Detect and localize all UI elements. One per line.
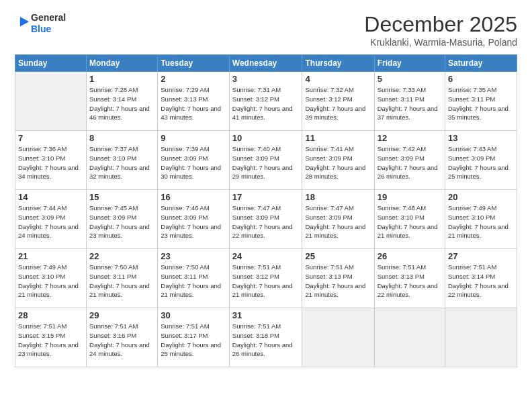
day-number: 29 <box>89 310 154 320</box>
svg-marker-0 <box>20 17 29 27</box>
logo: General Blue <box>15 12 66 35</box>
calendar-cell: 16Sunrise: 7:46 AMSunset: 3:09 PMDayligh… <box>158 190 230 249</box>
logo-general: General <box>31 12 66 24</box>
day-number: 26 <box>378 251 442 261</box>
day-info: Sunrise: 7:36 AMSunset: 3:10 PMDaylight:… <box>18 144 83 181</box>
calendar-cell: 19Sunrise: 7:48 AMSunset: 3:10 PMDayligh… <box>374 190 445 249</box>
day-info: Sunrise: 7:49 AMSunset: 3:10 PMDaylight:… <box>18 263 83 300</box>
calendar-cell <box>15 72 87 131</box>
day-info: Sunrise: 7:51 AMSunset: 3:13 PMDaylight:… <box>305 263 371 300</box>
calendar-cell: 22Sunrise: 7:50 AMSunset: 3:11 PMDayligh… <box>87 249 158 308</box>
day-number: 1 <box>89 74 154 84</box>
day-info: Sunrise: 7:51 AMSunset: 3:17 PMDaylight:… <box>161 322 226 359</box>
weekday-header-saturday: Saturday <box>445 55 517 72</box>
day-info: Sunrise: 7:35 AMSunset: 3:11 PMDaylight:… <box>448 85 514 122</box>
calendar-cell: 18Sunrise: 7:47 AMSunset: 3:09 PMDayligh… <box>302 190 374 249</box>
location: Kruklanki, Warmia-Masuria, Poland <box>364 37 517 48</box>
calendar-cell: 7Sunrise: 7:36 AMSunset: 3:10 PMDaylight… <box>15 131 87 190</box>
day-number: 11 <box>305 133 371 143</box>
calendar-cell: 24Sunrise: 7:51 AMSunset: 3:12 PMDayligh… <box>229 249 302 308</box>
page: General Blue December 2025 Kruklanki, Wa… <box>0 0 532 411</box>
day-info: Sunrise: 7:43 AMSunset: 3:09 PMDaylight:… <box>448 144 514 181</box>
day-info: Sunrise: 7:37 AMSunset: 3:10 PMDaylight:… <box>89 144 154 181</box>
day-info: Sunrise: 7:44 AMSunset: 3:09 PMDaylight:… <box>18 203 83 240</box>
calendar-cell: 6Sunrise: 7:35 AMSunset: 3:11 PMDaylight… <box>445 72 517 131</box>
title-block: December 2025 Kruklanki, Warmia-Masuria,… <box>364 12 517 48</box>
calendar-cell: 20Sunrise: 7:49 AMSunset: 3:10 PMDayligh… <box>445 190 517 249</box>
day-number: 2 <box>161 74 226 84</box>
calendar-cell: 10Sunrise: 7:40 AMSunset: 3:09 PMDayligh… <box>229 131 302 190</box>
calendar-cell: 26Sunrise: 7:51 AMSunset: 3:13 PMDayligh… <box>374 249 445 308</box>
calendar-cell <box>445 308 517 367</box>
calendar-cell <box>302 308 374 367</box>
weekday-header-sunday: Sunday <box>15 55 87 72</box>
calendar: SundayMondayTuesdayWednesdayThursdayFrid… <box>15 54 517 367</box>
calendar-cell: 12Sunrise: 7:42 AMSunset: 3:09 PMDayligh… <box>374 131 445 190</box>
day-number: 6 <box>448 74 514 84</box>
day-info: Sunrise: 7:51 AMSunset: 3:18 PMDaylight:… <box>232 322 300 359</box>
week-row-4: 28Sunrise: 7:51 AMSunset: 3:15 PMDayligh… <box>15 308 517 367</box>
calendar-cell: 23Sunrise: 7:50 AMSunset: 3:11 PMDayligh… <box>158 249 230 308</box>
day-number: 15 <box>89 192 154 202</box>
day-number: 14 <box>18 192 83 202</box>
day-number: 30 <box>161 310 226 320</box>
day-number: 31 <box>232 310 300 320</box>
week-row-0: 1Sunrise: 7:28 AMSunset: 3:14 PMDaylight… <box>15 72 517 131</box>
day-info: Sunrise: 7:48 AMSunset: 3:10 PMDaylight:… <box>378 203 442 240</box>
calendar-cell: 30Sunrise: 7:51 AMSunset: 3:17 PMDayligh… <box>158 308 230 367</box>
day-info: Sunrise: 7:41 AMSunset: 3:09 PMDaylight:… <box>305 144 371 181</box>
header: General Blue December 2025 Kruklanki, Wa… <box>15 12 517 48</box>
day-number: 7 <box>18 133 83 143</box>
day-info: Sunrise: 7:47 AMSunset: 3:09 PMDaylight:… <box>232 203 300 240</box>
day-info: Sunrise: 7:28 AMSunset: 3:14 PMDaylight:… <box>89 85 154 122</box>
calendar-cell: 3Sunrise: 7:31 AMSunset: 3:12 PMDaylight… <box>229 72 302 131</box>
calendar-cell: 8Sunrise: 7:37 AMSunset: 3:10 PMDaylight… <box>87 131 158 190</box>
day-number: 4 <box>305 74 371 84</box>
weekday-header-wednesday: Wednesday <box>229 55 302 72</box>
calendar-cell: 28Sunrise: 7:51 AMSunset: 3:15 PMDayligh… <box>15 308 87 367</box>
week-row-2: 14Sunrise: 7:44 AMSunset: 3:09 PMDayligh… <box>15 190 517 249</box>
calendar-cell: 14Sunrise: 7:44 AMSunset: 3:09 PMDayligh… <box>15 190 87 249</box>
weekday-header-thursday: Thursday <box>302 55 374 72</box>
day-number: 17 <box>232 192 300 202</box>
week-row-3: 21Sunrise: 7:49 AMSunset: 3:10 PMDayligh… <box>15 249 517 308</box>
logo-text: General Blue <box>31 12 66 35</box>
day-number: 13 <box>448 133 514 143</box>
day-number: 28 <box>18 310 83 320</box>
logo-icon <box>16 15 31 30</box>
day-number: 16 <box>161 192 226 202</box>
calendar-cell: 25Sunrise: 7:51 AMSunset: 3:13 PMDayligh… <box>302 249 374 308</box>
day-number: 9 <box>161 133 226 143</box>
calendar-cell: 15Sunrise: 7:45 AMSunset: 3:09 PMDayligh… <box>87 190 158 249</box>
day-number: 10 <box>232 133 300 143</box>
day-info: Sunrise: 7:51 AMSunset: 3:16 PMDaylight:… <box>89 322 154 359</box>
calendar-cell: 4Sunrise: 7:32 AMSunset: 3:12 PMDaylight… <box>302 72 374 131</box>
day-info: Sunrise: 7:50 AMSunset: 3:11 PMDaylight:… <box>161 263 226 300</box>
day-info: Sunrise: 7:50 AMSunset: 3:11 PMDaylight:… <box>89 263 154 300</box>
day-info: Sunrise: 7:32 AMSunset: 3:12 PMDaylight:… <box>305 85 371 122</box>
day-info: Sunrise: 7:51 AMSunset: 3:12 PMDaylight:… <box>232 263 300 300</box>
calendar-cell: 21Sunrise: 7:49 AMSunset: 3:10 PMDayligh… <box>15 249 87 308</box>
week-row-1: 7Sunrise: 7:36 AMSunset: 3:10 PMDaylight… <box>15 131 517 190</box>
calendar-cell: 11Sunrise: 7:41 AMSunset: 3:09 PMDayligh… <box>302 131 374 190</box>
day-info: Sunrise: 7:47 AMSunset: 3:09 PMDaylight:… <box>305 203 371 240</box>
day-number: 8 <box>89 133 154 143</box>
day-info: Sunrise: 7:46 AMSunset: 3:09 PMDaylight:… <box>161 203 226 240</box>
weekday-header-friday: Friday <box>374 55 445 72</box>
day-number: 18 <box>305 192 371 202</box>
day-info: Sunrise: 7:40 AMSunset: 3:09 PMDaylight:… <box>232 144 300 181</box>
day-info: Sunrise: 7:45 AMSunset: 3:09 PMDaylight:… <box>89 203 154 240</box>
day-number: 27 <box>448 251 514 261</box>
day-info: Sunrise: 7:39 AMSunset: 3:09 PMDaylight:… <box>161 144 226 181</box>
calendar-cell: 1Sunrise: 7:28 AMSunset: 3:14 PMDaylight… <box>87 72 158 131</box>
day-info: Sunrise: 7:51 AMSunset: 3:15 PMDaylight:… <box>18 322 83 359</box>
calendar-cell: 31Sunrise: 7:51 AMSunset: 3:18 PMDayligh… <box>229 308 302 367</box>
day-info: Sunrise: 7:42 AMSunset: 3:09 PMDaylight:… <box>378 144 442 181</box>
calendar-cell: 29Sunrise: 7:51 AMSunset: 3:16 PMDayligh… <box>87 308 158 367</box>
day-info: Sunrise: 7:51 AMSunset: 3:13 PMDaylight:… <box>378 263 442 300</box>
day-number: 21 <box>18 251 83 261</box>
day-number: 19 <box>378 192 442 202</box>
calendar-cell: 13Sunrise: 7:43 AMSunset: 3:09 PMDayligh… <box>445 131 517 190</box>
day-number: 22 <box>89 251 154 261</box>
calendar-cell: 27Sunrise: 7:51 AMSunset: 3:14 PMDayligh… <box>445 249 517 308</box>
